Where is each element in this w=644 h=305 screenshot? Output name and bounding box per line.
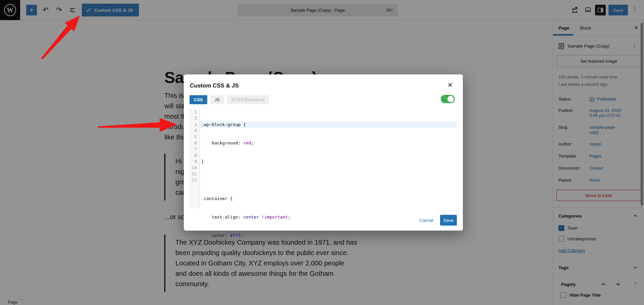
enable-toggle[interactable] [441,95,455,103]
code-line: background: red; [200,140,457,146]
close-icon: ✕ [447,81,453,88]
modal-title: Custom CSS & JS [190,82,238,89]
code-line: } [200,159,457,165]
tab-css[interactable]: CSS [190,95,207,104]
code-line [200,269,457,276]
tab-scss-premium[interactable]: SCSS [Premium] [227,95,269,104]
code-area: .wp-block-group { background: red; } .co… [200,108,457,208]
custom-css-js-modal: Custom CSS & JS ✕ CSS JS SCSS [Premium] … [184,74,463,231]
editor-language-tabs: CSS JS SCSS [Premium] [190,95,269,104]
line-number-gutter: 1 2 3 4 5 6 7 8 9 10 11 12 [190,108,200,208]
code-line: color: #fff; [200,233,457,239]
code-line [200,288,457,294]
code-line: text-align: center !important; [200,214,457,220]
tab-js[interactable]: JS [210,95,224,104]
code-line: } [200,251,457,257]
css-code-editor[interactable]: 1 2 3 4 5 6 7 8 9 10 11 12 .wp-block-gro… [190,108,457,208]
wordpress-editor: W + ↶ ↷ Custom CSS & JS Sample Page ( [0,0,644,305]
modal-save-button[interactable]: Save [440,215,457,226]
code-line: .wp-block-group { [200,122,457,128]
modal-close-button[interactable]: ✕ [447,81,453,89]
code-line [200,177,457,183]
toggle-knob [447,96,454,102]
code-line: .container { [200,196,457,202]
cancel-button[interactable]: Cancel [419,218,433,223]
